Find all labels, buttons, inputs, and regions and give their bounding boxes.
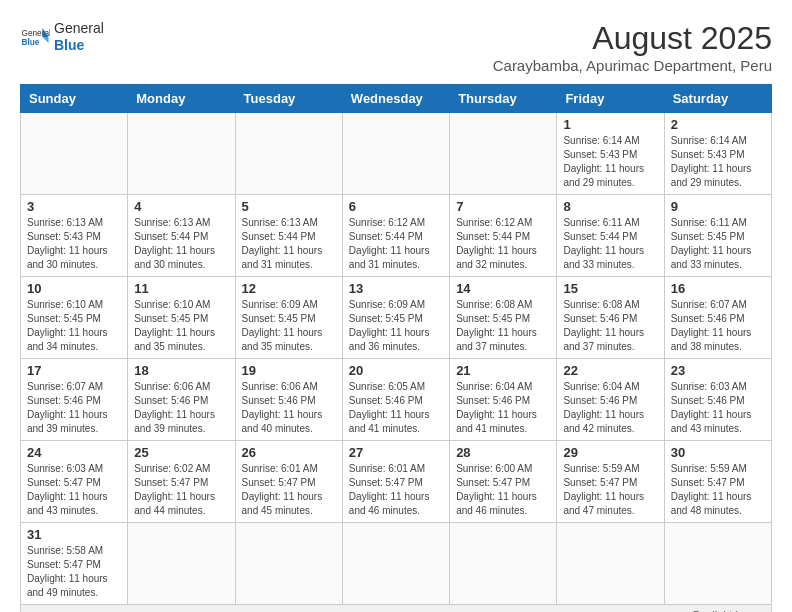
logo-general: General [54, 20, 104, 37]
day-number: 5 [242, 199, 336, 214]
weekday-friday: Friday [557, 85, 664, 113]
day-number: 21 [456, 363, 550, 378]
day-number: 19 [242, 363, 336, 378]
day-info: Sunrise: 6:08 AM Sunset: 5:45 PM Dayligh… [456, 298, 550, 354]
day-cell: 1Sunrise: 6:14 AM Sunset: 5:43 PM Daylig… [557, 113, 664, 195]
day-info: Sunrise: 6:13 AM Sunset: 5:44 PM Dayligh… [134, 216, 228, 272]
day-number: 25 [134, 445, 228, 460]
day-info: Sunrise: 6:03 AM Sunset: 5:46 PM Dayligh… [671, 380, 765, 436]
day-info: Sunrise: 6:08 AM Sunset: 5:46 PM Dayligh… [563, 298, 657, 354]
day-number: 3 [27, 199, 121, 214]
day-info: Sunrise: 6:13 AM Sunset: 5:43 PM Dayligh… [27, 216, 121, 272]
week-row-4: 24Sunrise: 6:03 AM Sunset: 5:47 PM Dayli… [21, 441, 772, 523]
day-cell: 31Sunrise: 5:58 AM Sunset: 5:47 PM Dayli… [21, 523, 128, 605]
day-info: Sunrise: 6:02 AM Sunset: 5:47 PM Dayligh… [134, 462, 228, 518]
day-number: 9 [671, 199, 765, 214]
day-info: Sunrise: 6:11 AM Sunset: 5:45 PM Dayligh… [671, 216, 765, 272]
day-number: 20 [349, 363, 443, 378]
page-title: August 2025 [493, 20, 772, 57]
day-cell: 13Sunrise: 6:09 AM Sunset: 5:45 PM Dayli… [342, 277, 449, 359]
page-subtitle: Caraybamba, Apurimac Department, Peru [493, 57, 772, 74]
day-info: Sunrise: 6:07 AM Sunset: 5:46 PM Dayligh… [671, 298, 765, 354]
day-cell: 18Sunrise: 6:06 AM Sunset: 5:46 PM Dayli… [128, 359, 235, 441]
day-cell [235, 113, 342, 195]
day-number: 17 [27, 363, 121, 378]
day-info: Sunrise: 6:04 AM Sunset: 5:46 PM Dayligh… [563, 380, 657, 436]
day-info: Sunrise: 6:00 AM Sunset: 5:47 PM Dayligh… [456, 462, 550, 518]
week-row-1: 3Sunrise: 6:13 AM Sunset: 5:43 PM Daylig… [21, 195, 772, 277]
day-cell: 5Sunrise: 6:13 AM Sunset: 5:44 PM Daylig… [235, 195, 342, 277]
day-number: 18 [134, 363, 228, 378]
day-cell: 20Sunrise: 6:05 AM Sunset: 5:46 PM Dayli… [342, 359, 449, 441]
day-cell: 3Sunrise: 6:13 AM Sunset: 5:43 PM Daylig… [21, 195, 128, 277]
day-cell: 10Sunrise: 6:10 AM Sunset: 5:45 PM Dayli… [21, 277, 128, 359]
week-row-3: 17Sunrise: 6:07 AM Sunset: 5:46 PM Dayli… [21, 359, 772, 441]
day-number: 27 [349, 445, 443, 460]
week-row-2: 10Sunrise: 6:10 AM Sunset: 5:45 PM Dayli… [21, 277, 772, 359]
weekday-tuesday: Tuesday [235, 85, 342, 113]
day-cell: 22Sunrise: 6:04 AM Sunset: 5:46 PM Dayli… [557, 359, 664, 441]
day-cell: 2Sunrise: 6:14 AM Sunset: 5:43 PM Daylig… [664, 113, 771, 195]
day-number: 22 [563, 363, 657, 378]
day-cell [557, 523, 664, 605]
day-cell: 8Sunrise: 6:11 AM Sunset: 5:44 PM Daylig… [557, 195, 664, 277]
day-number: 15 [563, 281, 657, 296]
logo-text: General Blue [54, 20, 104, 54]
day-info: Sunrise: 6:07 AM Sunset: 5:46 PM Dayligh… [27, 380, 121, 436]
day-info: Sunrise: 6:12 AM Sunset: 5:44 PM Dayligh… [349, 216, 443, 272]
day-info: Sunrise: 5:59 AM Sunset: 5:47 PM Dayligh… [563, 462, 657, 518]
day-cell [342, 523, 449, 605]
day-info: Sunrise: 6:11 AM Sunset: 5:44 PM Dayligh… [563, 216, 657, 272]
day-number: 12 [242, 281, 336, 296]
day-info: Sunrise: 6:09 AM Sunset: 5:45 PM Dayligh… [242, 298, 336, 354]
day-number: 2 [671, 117, 765, 132]
day-cell [128, 523, 235, 605]
logo-blue: Blue [54, 37, 104, 54]
day-number: 10 [27, 281, 121, 296]
day-cell: 16Sunrise: 6:07 AM Sunset: 5:46 PM Dayli… [664, 277, 771, 359]
day-info: Sunrise: 5:58 AM Sunset: 5:47 PM Dayligh… [27, 544, 121, 600]
day-cell: 26Sunrise: 6:01 AM Sunset: 5:47 PM Dayli… [235, 441, 342, 523]
day-number: 16 [671, 281, 765, 296]
svg-text:Blue: Blue [22, 37, 40, 46]
week-row-0: 1Sunrise: 6:14 AM Sunset: 5:43 PM Daylig… [21, 113, 772, 195]
weekday-header-row: SundayMondayTuesdayWednesdayThursdayFrid… [21, 85, 772, 113]
week-row-5: 31Sunrise: 5:58 AM Sunset: 5:47 PM Dayli… [21, 523, 772, 605]
logo-icon: General Blue [20, 22, 50, 52]
day-cell [342, 113, 449, 195]
day-cell: 23Sunrise: 6:03 AM Sunset: 5:46 PM Dayli… [664, 359, 771, 441]
day-info: Sunrise: 6:05 AM Sunset: 5:46 PM Dayligh… [349, 380, 443, 436]
day-number: 1 [563, 117, 657, 132]
day-cell [664, 523, 771, 605]
day-info: Sunrise: 6:01 AM Sunset: 5:47 PM Dayligh… [242, 462, 336, 518]
day-cell: 12Sunrise: 6:09 AM Sunset: 5:45 PM Dayli… [235, 277, 342, 359]
day-cell: 27Sunrise: 6:01 AM Sunset: 5:47 PM Dayli… [342, 441, 449, 523]
day-number: 13 [349, 281, 443, 296]
day-cell: 9Sunrise: 6:11 AM Sunset: 5:45 PM Daylig… [664, 195, 771, 277]
day-number: 6 [349, 199, 443, 214]
weekday-wednesday: Wednesday [342, 85, 449, 113]
day-info: Sunrise: 6:09 AM Sunset: 5:45 PM Dayligh… [349, 298, 443, 354]
weekday-monday: Monday [128, 85, 235, 113]
day-cell: 7Sunrise: 6:12 AM Sunset: 5:44 PM Daylig… [450, 195, 557, 277]
day-info: Sunrise: 6:04 AM Sunset: 5:46 PM Dayligh… [456, 380, 550, 436]
calendar-table: SundayMondayTuesdayWednesdayThursdayFrid… [20, 84, 772, 605]
day-number: 4 [134, 199, 228, 214]
day-number: 7 [456, 199, 550, 214]
day-cell [235, 523, 342, 605]
logo: General Blue General Blue [20, 20, 104, 54]
day-info: Sunrise: 6:03 AM Sunset: 5:47 PM Dayligh… [27, 462, 121, 518]
day-cell: 30Sunrise: 5:59 AM Sunset: 5:47 PM Dayli… [664, 441, 771, 523]
day-number: 8 [563, 199, 657, 214]
day-info: Sunrise: 6:10 AM Sunset: 5:45 PM Dayligh… [134, 298, 228, 354]
day-number: 26 [242, 445, 336, 460]
day-number: 23 [671, 363, 765, 378]
svg-marker-3 [43, 37, 49, 43]
day-cell: 29Sunrise: 5:59 AM Sunset: 5:47 PM Dayli… [557, 441, 664, 523]
day-cell [21, 113, 128, 195]
day-cell: 17Sunrise: 6:07 AM Sunset: 5:46 PM Dayli… [21, 359, 128, 441]
weekday-sunday: Sunday [21, 85, 128, 113]
day-cell: 15Sunrise: 6:08 AM Sunset: 5:46 PM Dayli… [557, 277, 664, 359]
day-cell: 19Sunrise: 6:06 AM Sunset: 5:46 PM Dayli… [235, 359, 342, 441]
title-block: August 2025 Caraybamba, Apurimac Departm… [493, 20, 772, 74]
